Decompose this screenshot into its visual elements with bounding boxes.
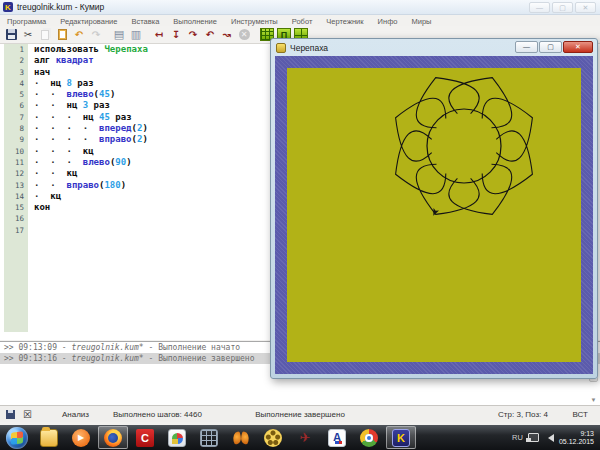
turtle-close-button[interactable]: ✕	[563, 41, 593, 53]
paint-icon[interactable]	[162, 426, 192, 449]
turtle-minimize-button[interactable]: —	[515, 41, 538, 53]
line-number: 4	[4, 78, 28, 89]
media-player-icon[interactable]: ▶	[66, 426, 96, 449]
scrollbar-down-arrow[interactable]: ▼	[589, 396, 598, 404]
line-number: 7	[4, 112, 28, 123]
chrome-icon[interactable]	[354, 426, 384, 449]
status-steps: Выполнено шагов: 4460	[113, 410, 202, 419]
close-indicator-icon: ☒	[23, 409, 32, 420]
menu-item-4[interactable]: Инструменты	[224, 17, 285, 26]
clock-time: 9:13	[559, 430, 594, 438]
rocket-app-icon[interactable]: ✈	[290, 426, 320, 449]
taskbar: ▶C✈AK RU 9:13 05.12.2015	[0, 425, 600, 450]
minimize-button[interactable]: —	[529, 2, 550, 13]
maximize-button[interactable]: ▢	[552, 2, 573, 13]
turtle-window[interactable]: Черепаха — ▢ ✕	[270, 38, 598, 379]
turtle-field-border	[275, 56, 593, 374]
kmplayer-icon[interactable]: C	[130, 426, 160, 449]
menu-item-5[interactable]: Робот	[285, 17, 320, 26]
line-number: 12	[4, 168, 28, 179]
clock-date: 05.12.2015	[559, 438, 594, 446]
line-number: 2	[4, 55, 28, 66]
explorer-icon[interactable]	[34, 426, 64, 449]
calculator-icon[interactable]	[194, 426, 224, 449]
turtle-titlebar[interactable]: Черепаха — ▢ ✕	[271, 39, 597, 56]
menu-item-3[interactable]: Выполнение	[166, 17, 224, 26]
line-number: 16	[4, 213, 28, 224]
acronis-app-icon[interactable]: A	[322, 426, 352, 449]
window-title: treugolnik.kum - Кумир	[17, 2, 104, 12]
line-number: 13	[4, 180, 28, 191]
cut-button[interactable]: ✂	[20, 27, 36, 42]
system-tray: RU 9:13 05.12.2015	[512, 425, 598, 450]
unindent-button[interactable]: ▥	[128, 27, 144, 42]
turtle-window-title: Черепаха	[290, 43, 328, 53]
line-number: 9	[4, 134, 28, 145]
turtle-flower-drawing	[287, 68, 581, 358]
run-current-button[interactable]: ↝	[219, 27, 235, 42]
line-number: 3	[4, 67, 28, 78]
paste-button[interactable]	[54, 27, 70, 42]
butterfly-app-icon[interactable]	[226, 426, 256, 449]
volume-icon[interactable]	[544, 434, 554, 442]
close-button[interactable]: ✕	[575, 2, 596, 13]
undo-button[interactable]: ↶	[71, 27, 87, 42]
line-number: 15	[4, 202, 28, 213]
step-out-button[interactable]: ↶	[202, 27, 218, 42]
stop-button[interactable]: ✕	[236, 27, 252, 42]
menu-item-2[interactable]: Вставка	[124, 17, 166, 26]
kumir-app-icon: K	[3, 2, 13, 12]
kumir-icon[interactable]: K	[386, 426, 416, 449]
run-blind-button[interactable]: ↤	[151, 27, 167, 42]
menu-item-7[interactable]: Инфо	[371, 17, 405, 26]
copy-button[interactable]	[37, 27, 53, 42]
turtle-canvas[interactable]	[287, 68, 581, 362]
line-number: 8	[4, 123, 28, 134]
line-number: 5	[4, 89, 28, 100]
menu-item-8[interactable]: Миры	[404, 17, 438, 26]
menu-item-1[interactable]: Редактирование	[53, 17, 124, 26]
line-number: 10	[4, 146, 28, 157]
titlebar[interactable]: K treugolnik.kum - Кумир — ▢ ✕	[0, 0, 600, 15]
menu-item-6[interactable]: Чертежник	[319, 17, 370, 26]
indent-button[interactable]: ▤	[111, 27, 127, 42]
menu-bar: ПрограммаРедактированиеВставкаВыполнение…	[0, 16, 600, 26]
taskbar-clock[interactable]: 9:13 05.12.2015	[559, 430, 598, 446]
line-number: 11	[4, 157, 28, 168]
status-analysis: Анализ	[62, 410, 89, 419]
line-number: 14	[4, 191, 28, 202]
movie-maker-icon[interactable]	[258, 426, 288, 449]
network-icon[interactable]	[528, 433, 539, 442]
turtle-maximize-button[interactable]: ▢	[539, 41, 562, 53]
status-cursor-position: Стр: 3, Поз: 4	[498, 410, 548, 419]
save-button[interactable]	[3, 27, 19, 42]
redo-button[interactable]: ↷	[88, 27, 104, 42]
firefox-icon[interactable]	[98, 426, 128, 449]
line-number: 1	[4, 44, 28, 55]
menu-item-0[interactable]: Программа	[0, 17, 53, 26]
line-number: 6	[4, 100, 28, 111]
save-indicator-icon	[6, 410, 15, 419]
status-bar: ☒ Анализ Выполнено шагов: 4460 Выполнени…	[0, 405, 600, 422]
language-indicator[interactable]: RU	[512, 433, 523, 442]
line-number: 17	[4, 225, 28, 236]
start-button[interactable]	[2, 426, 32, 449]
status-insert-mode: ВСТ	[573, 410, 588, 419]
step-into-button[interactable]: ↧	[168, 27, 184, 42]
turtle-window-icon	[276, 43, 286, 53]
step-over-button[interactable]: ↷	[185, 27, 201, 42]
